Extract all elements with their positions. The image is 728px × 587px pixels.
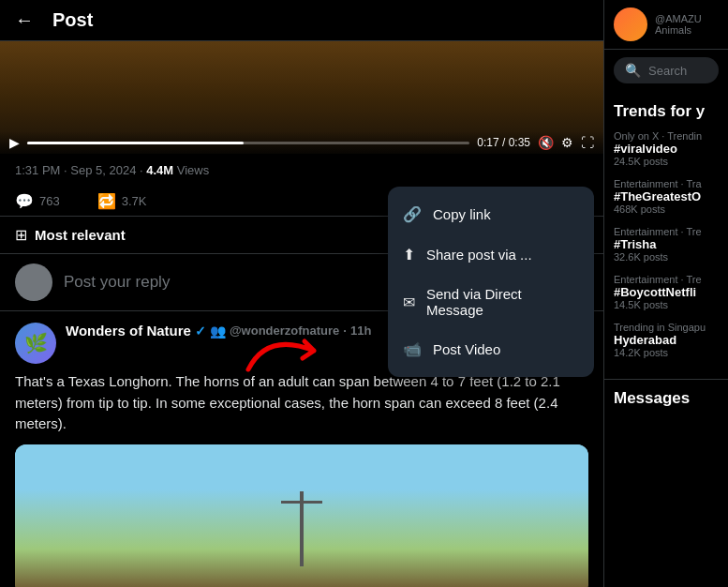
trend-item-1[interactable]: Only on X · Trendin #viralvideo 24.5K po… — [614, 130, 719, 167]
trend-tag-4: #BoycottNetfli — [614, 285, 719, 299]
post-author-avatar: 🌿 — [15, 323, 56, 364]
trend-category-2: Entertainment · Tra — [614, 178, 719, 189]
progress-fill — [27, 142, 244, 144]
retweet-button[interactable]: 🔁 3.7K — [97, 192, 147, 210]
search-bar[interactable]: 🔍 Search — [614, 57, 719, 83]
power-pole — [300, 491, 304, 566]
context-share-post[interactable]: ⬆ Share post via ... — [388, 234, 594, 275]
red-arrow-indicator — [239, 323, 351, 379]
action-bar: 💬 763 🔁 3.7K 🔗 Copy link ⬆ Share post vi… — [0, 187, 603, 217]
filter-label: Most relevant — [35, 227, 126, 243]
context-send-dm[interactable]: ✉ Send via Direct Message — [388, 275, 594, 329]
messages-title: Messages — [614, 389, 719, 408]
trend-tag-5: Hyderabad — [614, 333, 719, 347]
trend-posts-4: 14.5K posts — [614, 299, 719, 310]
trend-posts-5: 14.2K posts — [614, 347, 719, 358]
right-panel: @AMAZU Animals 🔍 Search Trends for y Onl… — [604, 0, 728, 587]
retweet-icon: 🔁 — [97, 192, 116, 210]
reply-placeholder[interactable]: Post your reply — [64, 273, 170, 292]
profile-info: @AMAZU Animals — [655, 13, 702, 36]
video-controls: ▶ 0:17 / 0:35 🔇 ⚙ ⛶ — [0, 131, 603, 154]
volume-button[interactable]: 🔇 — [538, 135, 554, 150]
page-title: Post — [52, 9, 93, 31]
profile-snippet: @AMAZU Animals — [604, 0, 728, 50]
main-post-panel: ← Post ▶ 0:17 / 0:35 🔇 ⚙ ⛶ 1:31 PM · Sep… — [0, 0, 604, 587]
group-badge: 👥 — [210, 324, 226, 339]
trend-posts-2: 468K posts — [614, 203, 719, 215]
filter-icon: ⊞ — [15, 226, 27, 244]
verified-badge: ✓ — [195, 324, 206, 339]
comment-icon: 💬 — [15, 192, 34, 210]
trend-tag-2: #TheGreatestO — [614, 189, 719, 203]
comment-button[interactable]: 💬 763 — [15, 192, 60, 210]
trend-category-4: Entertainment · Tre — [614, 274, 719, 285]
trend-category-3: Entertainment · Tre — [614, 226, 719, 237]
context-menu: 🔗 Copy link ⬆ Share post via ... ✉ Send … — [388, 187, 594, 377]
trend-item-5[interactable]: Trending in Singapu Hyderabad 14.2K post… — [614, 322, 719, 358]
post-image-content — [15, 444, 588, 588]
post-header: ← Post — [0, 0, 603, 41]
progress-bar[interactable] — [27, 142, 469, 144]
context-copy-link[interactable]: 🔗 Copy link — [388, 194, 594, 234]
messages-section: Messages — [604, 379, 728, 417]
trends-section: Trends for y Only on X · Trendin #viralv… — [604, 93, 728, 379]
play-button[interactable]: ▶ — [9, 135, 20, 150]
trend-posts-1: 24.5K posts — [614, 156, 719, 167]
profile-sub: Animals — [655, 24, 702, 36]
post-text: That's a Texas Longhorn. The horns of an… — [15, 371, 588, 435]
back-button[interactable]: ← — [15, 9, 34, 31]
post-time-ago: 11h — [350, 324, 371, 338]
post-meta: 1:31 PM · Sep 5, 2024 · 4.4M Views — [0, 154, 603, 187]
profile-handle: @AMAZU — [655, 13, 702, 24]
video-icon: 📹 — [403, 340, 422, 358]
search-input[interactable]: Search — [648, 64, 687, 78]
share-icon: ⬆ — [403, 246, 415, 263]
trend-item-2[interactable]: Entertainment · Tra #TheGreatestO 468K p… — [614, 178, 719, 215]
fullscreen-button[interactable]: ⛶ — [581, 135, 594, 150]
search-icon: 🔍 — [625, 63, 641, 78]
trend-item-3[interactable]: Entertainment · Tre #Trisha 32.6K posts — [614, 226, 719, 263]
dm-icon: ✉ — [403, 294, 415, 311]
post-image — [15, 444, 588, 588]
time-display: 0:17 / 0:35 — [477, 136, 530, 149]
copy-link-icon: 🔗 — [403, 205, 422, 223]
trend-posts-3: 32.6K posts — [614, 251, 719, 263]
trend-category-5: Trending in Singapu — [614, 322, 719, 333]
user-avatar — [15, 263, 52, 301]
settings-button[interactable]: ⚙ — [561, 135, 573, 150]
trends-title: Trends for y — [614, 102, 719, 121]
trend-tag-3: #Trisha — [614, 237, 719, 251]
video-player: ▶ 0:17 / 0:35 🔇 ⚙ ⛶ — [0, 41, 603, 154]
profile-avatar — [614, 8, 647, 41]
trend-category-1: Only on X · Trendin — [614, 130, 719, 142]
context-post-video[interactable]: 📹 Post Video — [388, 329, 594, 369]
trend-tag-1: #viralvideo — [614, 142, 719, 156]
trend-item-4[interactable]: Entertainment · Tre #BoycottNetfli 14.5K… — [614, 274, 719, 310]
